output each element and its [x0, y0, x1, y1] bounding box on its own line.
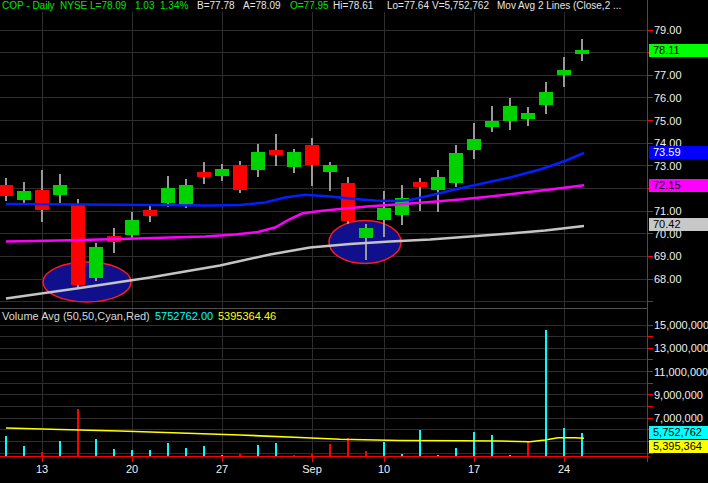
axis-frame [0, 0, 653, 462]
volume-bar [365, 451, 368, 456]
volume-bar [509, 455, 512, 456]
price-axis-label: 79.00 [654, 24, 682, 37]
candle-body [575, 50, 589, 54]
candle-body [71, 204, 85, 284]
last-price-tag: 78.11 [649, 44, 708, 57]
volume-average-value: 5395364.46 [218, 310, 276, 323]
volume-bar [581, 433, 584, 456]
volume-axis-label: 11,000,000 [654, 366, 708, 379]
date-axis-label: 17 [459, 463, 489, 475]
volume-bar [95, 439, 98, 455]
volume-bar [527, 442, 530, 456]
ma-magenta-tag: 72.15 [649, 179, 708, 192]
date-axis-label: 27 [207, 463, 237, 475]
candle-body [557, 70, 571, 75]
volume-bar [329, 444, 332, 455]
price-volume-chart[interactable] [0, 0, 708, 483]
date-axis-label: 13 [27, 463, 57, 475]
candle-body [377, 208, 391, 220]
volume-bar [563, 428, 566, 455]
volume-bar [77, 409, 80, 455]
trendline-tag: 70.42 [649, 218, 708, 231]
candle-body [233, 165, 247, 190]
volume-bar [383, 442, 386, 456]
charting-app-window: COP - DailyNYSEL=78.091.031.34%B=77.78A=… [0, 0, 708, 483]
candle-body [521, 113, 535, 120]
price-axis-label: 71.00 [654, 205, 682, 218]
grid [0, 12, 647, 455]
candle-body [89, 247, 103, 278]
volume-bar [5, 436, 8, 455]
candle-body [467, 139, 481, 150]
candle-body [125, 220, 139, 235]
volume-axis-label: 9,000,000 [654, 389, 703, 402]
volume-bar [185, 448, 188, 455]
candle-body [539, 92, 553, 104]
ma-blue-tag: 73.59 [649, 146, 708, 159]
candle-body [35, 190, 49, 210]
date-axis-label: 20 [117, 463, 147, 475]
volume-current-value: 5752762.00 [155, 310, 213, 323]
price-axis-label: 76.00 [654, 92, 682, 105]
volume-bar [23, 446, 26, 455]
volume-bar [473, 432, 476, 455]
volume-bar [311, 454, 314, 455]
candle-body [53, 185, 67, 195]
volume-bar [545, 330, 548, 456]
volume-bar [131, 450, 134, 455]
volume-axis-label: 15,000,000 [654, 319, 708, 332]
last-volume-tag: 5,752,762 [649, 426, 708, 439]
volume-bar [455, 448, 458, 456]
date-axis-label: 10 [369, 463, 399, 475]
candle-body [503, 106, 517, 121]
volume-bar [167, 443, 170, 456]
candle-body [215, 169, 229, 176]
volume-bar [239, 454, 242, 455]
volume-bar [437, 455, 440, 456]
volume-bar [113, 449, 116, 455]
volume-bar [491, 435, 494, 456]
volume-bar [347, 438, 350, 456]
moving-average-magenta[interactable] [6, 185, 584, 241]
candle-body [359, 228, 373, 238]
candle-body [143, 210, 157, 216]
volume-avg-tag: 5,395,364 [649, 440, 708, 453]
volume-bar [41, 452, 44, 456]
candle-body [431, 177, 445, 189]
volume-bar [293, 455, 296, 456]
volume-bar [257, 445, 260, 455]
candle-body [269, 150, 283, 154]
volume-axis-label: 7,000,000 [654, 412, 703, 425]
candle-body [17, 191, 31, 200]
date-axis-label: 24 [549, 463, 579, 475]
candle-body [251, 152, 265, 170]
volume-indicator-header[interactable]: Volume Avg (50,50,Cyan,Red) 5752762.00 5… [2, 310, 150, 323]
volume-bar [221, 455, 224, 456]
volume-bar [275, 443, 278, 456]
candle-body [287, 152, 301, 167]
volume-bar [203, 446, 206, 456]
candle-body [449, 153, 463, 182]
candle-body [179, 185, 193, 204]
price-axis-label: 68.00 [654, 273, 682, 286]
price-axis-label: 69.00 [654, 250, 682, 263]
volume-bar [59, 441, 62, 455]
candle-body [305, 145, 319, 164]
candle-body [485, 121, 499, 128]
candle-body [197, 172, 211, 178]
candle-body [0, 185, 13, 196]
date-axis-label: Sep [297, 463, 327, 475]
price-axis-label: 77.00 [654, 69, 682, 82]
candle-body [413, 182, 427, 188]
candle-body [323, 165, 337, 172]
candle-body [161, 188, 175, 203]
volume-axis-label: 13,000,000 [654, 342, 708, 355]
volume-bar [419, 430, 422, 456]
volume-bar [149, 450, 152, 455]
price-axis-label: 73.00 [654, 160, 682, 173]
volume-indicator-label[interactable]: Volume Avg (50,50,Cyan,Red) [2, 310, 150, 322]
volume-bar [401, 454, 404, 455]
candle-body [341, 183, 355, 221]
price-axis-label: 75.00 [654, 115, 682, 128]
